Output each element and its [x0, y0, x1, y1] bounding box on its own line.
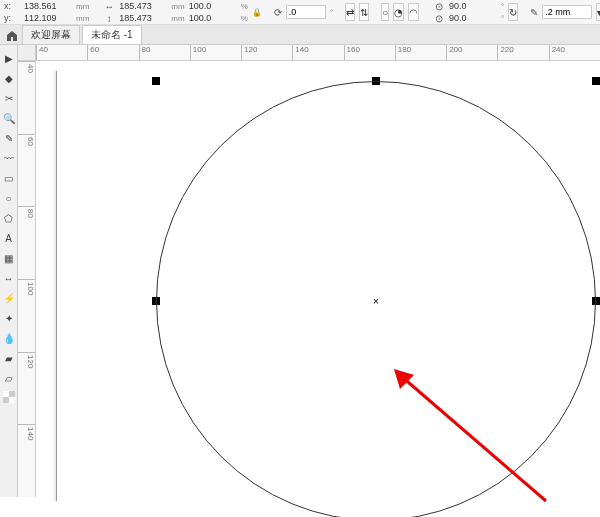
document-tab-bar: 欢迎屏幕 未命名 -1 — [0, 25, 600, 45]
connector-tool[interactable]: ⚡ — [2, 291, 16, 305]
eyedrop-tool[interactable]: 💧 — [2, 331, 16, 345]
crop-tool[interactable]: ✂ — [2, 91, 16, 105]
scale-x-value[interactable]: 100.0 — [189, 1, 239, 11]
ruler-h-tick: 40 — [36, 45, 87, 60]
polygon-tool[interactable]: ⬠ — [2, 211, 16, 225]
arc-end-unit: ° — [501, 14, 504, 23]
size-w-value[interactable]: 185.473 — [119, 1, 169, 11]
rotation-unit: ° — [330, 8, 333, 17]
ruler-corner — [18, 45, 36, 61]
outline-pen-icon: ✎ — [530, 4, 538, 20]
rectangle-tool[interactable]: ▭ — [2, 171, 16, 185]
arc-end-value[interactable]: 90.0 — [449, 13, 499, 23]
arc-direction-button[interactable]: ↻ — [508, 3, 518, 21]
scale-x-unit: % — [241, 2, 248, 11]
scale-group: 100.0 % 100.0 % — [189, 0, 248, 24]
workspace: ▶ ◆ ✂ 🔍 ✎ 〰 ▭ ○ ⬠ A ▦ ↔ ⚡ ✦ 💧 ▰ ▱ 40 60 … — [0, 45, 600, 497]
pick-tool[interactable]: ▶ — [2, 51, 16, 65]
ruler-h-tick: 140 — [292, 45, 343, 60]
size-group: ↔ 185.473 mm ↕ 185.473 mm — [101, 0, 184, 24]
scale-y-unit: % — [241, 14, 248, 23]
pos-x-value[interactable]: 138.561 — [24, 1, 74, 11]
freehand-tool[interactable]: ✎ — [2, 131, 16, 145]
lock-icon: 🔒 — [252, 8, 262, 17]
ruler-h-tick: 120 — [241, 45, 292, 60]
ellipse-tool[interactable]: ○ — [2, 191, 16, 205]
tab-welcome[interactable]: 欢迎屏幕 — [22, 25, 80, 44]
ruler-v-tick: 60 — [18, 134, 35, 207]
ruler-v-tick: 100 — [18, 279, 35, 352]
pos-x-unit: mm — [76, 2, 89, 11]
position-group: x: 138.561 mm y: 112.109 mm — [4, 0, 89, 24]
ruler-h-tick: 60 — [87, 45, 138, 60]
page-edge — [56, 71, 61, 501]
tab-untitled[interactable]: 未命名 -1 — [82, 25, 142, 44]
outline-tool[interactable]: ▱ — [2, 371, 16, 385]
fill-tool[interactable]: ▰ — [2, 351, 16, 365]
ellipse-type-button[interactable]: ○ — [381, 3, 389, 21]
shape-tool[interactable]: ◆ — [2, 71, 16, 85]
size-h-value[interactable]: 185.473 — [119, 13, 169, 23]
effects-tool[interactable]: ✦ — [2, 311, 16, 325]
outline-width-input[interactable] — [542, 5, 592, 19]
ruler-v-tick: 80 — [18, 206, 35, 279]
height-icon: ↕ — [101, 10, 117, 26]
pie-type-button[interactable]: ◔ — [393, 3, 404, 21]
arc-type-button[interactable]: ◠ — [408, 3, 419, 21]
outline-dropdown[interactable]: ▾ — [596, 3, 600, 21]
dimension-tool[interactable]: ↔ — [2, 271, 16, 285]
text-tool[interactable]: A — [2, 231, 16, 245]
ruler-v-tick: 120 — [18, 352, 35, 425]
zoom-tool[interactable]: 🔍 — [2, 111, 16, 125]
lock-ratio[interactable]: 🔒 — [252, 8, 262, 17]
table-tool[interactable]: ▦ — [2, 251, 16, 265]
toolbox: ▶ ◆ ✂ 🔍 ✎ 〰 ▭ ○ ⬠ A ▦ ↔ ⚡ ✦ 💧 ▰ ▱ — [0, 45, 18, 497]
ruler-h-tick: 80 — [139, 45, 190, 60]
ruler-h-tick: 200 — [446, 45, 497, 60]
checker-icon[interactable] — [3, 391, 15, 403]
ruler-h-tick: 100 — [190, 45, 241, 60]
pos-x-label: x: — [4, 1, 22, 11]
canvas[interactable]: × — [36, 61, 600, 497]
pos-y-label: y: — [4, 13, 22, 23]
rotation-icon: ⟳ — [274, 4, 282, 20]
size-h-unit: mm — [171, 14, 184, 23]
ruler-h-tick: 240 — [549, 45, 600, 60]
selection-handle-ne[interactable] — [592, 77, 600, 85]
ruler-v-tick: 140 — [18, 424, 35, 497]
ruler-v-tick: 40 — [18, 61, 35, 134]
home-icon[interactable] — [4, 28, 20, 44]
pos-y-value[interactable]: 112.109 — [24, 13, 74, 23]
vertical-ruler[interactable]: 40 60 80 100 120 140 — [18, 61, 36, 497]
arc-start-value[interactable]: 90.0 — [449, 1, 499, 11]
ruler-h-tick: 180 — [395, 45, 446, 60]
mirror-v-button[interactable]: ⇅ — [359, 3, 369, 21]
pos-y-unit: mm — [76, 14, 89, 23]
mirror-h-button[interactable]: ⇄ — [345, 3, 355, 21]
arc-end-icon: ⊙ — [431, 10, 447, 26]
smart-tool[interactable]: 〰 — [2, 151, 16, 165]
property-bar-row1: x: 138.561 mm y: 112.109 mm ↔ 185.473 mm… — [0, 0, 600, 25]
scale-y-value[interactable]: 100.0 — [189, 13, 239, 23]
ruler-h-tick: 160 — [344, 45, 395, 60]
ellipse-object[interactable] — [156, 81, 596, 517]
arc-start-unit: ° — [501, 2, 504, 11]
canvas-area: 40 60 80 100 120 140 160 180 200 220 240… — [18, 45, 600, 497]
size-w-unit: mm — [171, 2, 184, 11]
ruler-h-tick: 220 — [497, 45, 548, 60]
arc-angles-group: ⊙ 90.0 ° ⊙ 90.0 ° — [431, 0, 504, 24]
horizontal-ruler[interactable]: 40 60 80 100 120 140 160 180 200 220 240 — [36, 45, 600, 61]
selection-handle-nw[interactable] — [152, 77, 160, 85]
rotation-input[interactable] — [286, 5, 326, 19]
